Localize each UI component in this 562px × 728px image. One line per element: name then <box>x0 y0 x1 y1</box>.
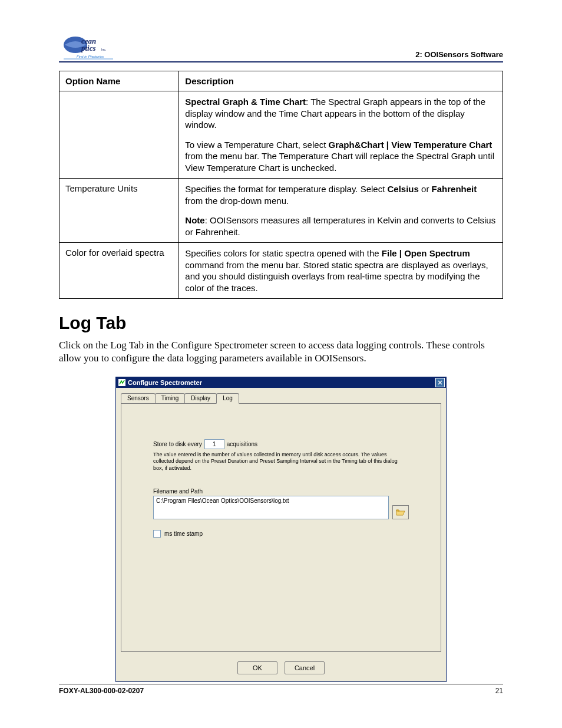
ok-button[interactable]: OK <box>237 661 277 674</box>
options-table: Option Name Description Spectral Graph &… <box>59 71 503 299</box>
acquisitions-input[interactable] <box>204 439 224 449</box>
folder-open-icon <box>396 508 405 516</box>
dialog-title: Configure Spectrometer <box>128 379 202 386</box>
store-label-post: acquisitions <box>227 441 257 447</box>
page-footer: FOXY-AL300-000-02-0207 21 <box>59 684 503 695</box>
close-button[interactable] <box>435 378 445 387</box>
option-name-cell <box>59 91 179 179</box>
filepath-label: Filename and Path <box>153 488 409 495</box>
ms-timestamp-checkbox[interactable] <box>153 530 161 538</box>
option-name-cell: Color for overlaid spectra <box>59 243 179 299</box>
tab-timing[interactable]: Timing <box>155 393 186 403</box>
ms-timestamp-label: ms time stamp <box>164 531 203 537</box>
store-label-pre: Store to disk every <box>153 441 202 447</box>
dialog-titlebar: Configure Spectrometer <box>116 377 446 388</box>
tab-sensors[interactable]: Sensors <box>121 393 156 403</box>
intro-paragraph: Click on the Log Tab in the Configure Sp… <box>59 339 503 365</box>
filepath-input[interactable] <box>153 496 389 519</box>
log-tab-panel: Store to disk every acquisitions The val… <box>121 403 441 652</box>
doc-id: FOXY-AL300-000-02-0207 <box>59 687 144 695</box>
close-icon <box>438 380 442 385</box>
heading-log-tab: Log Tab <box>59 313 503 333</box>
svg-text:Inc.: Inc. <box>101 48 106 51</box>
col-header-option: Option Name <box>59 71 179 91</box>
svg-text:First in Photonics: First in Photonics <box>77 55 104 58</box>
option-desc-cell: Specifies the format for temperature dis… <box>179 179 503 243</box>
store-help-text: The value entered is the number of value… <box>153 452 401 472</box>
page-header: cean ptics Inc. First in Photonics 2: OO… <box>59 33 503 62</box>
app-icon <box>118 379 125 386</box>
svg-text:ptics: ptics <box>81 44 96 52</box>
tab-log[interactable]: Log <box>216 393 239 404</box>
configure-spectrometer-dialog: Configure Spectrometer SensorsTimingDisp… <box>115 377 447 682</box>
ocean-optics-logo: cean ptics Inc. First in Photonics <box>59 33 118 61</box>
tab-strip: SensorsTimingDisplayLog <box>116 388 446 403</box>
option-desc-cell: Specifies colors for static spectra open… <box>179 243 503 299</box>
tab-display[interactable]: Display <box>184 393 217 403</box>
col-header-description: Description <box>179 71 503 91</box>
option-desc-cell: Spectral Graph & Time Chart: The Spectra… <box>179 91 503 179</box>
option-name-cell: Temperature Units <box>59 179 179 243</box>
cancel-button[interactable]: Cancel <box>285 661 325 674</box>
page-number: 21 <box>495 687 503 695</box>
browse-button[interactable] <box>392 505 409 519</box>
section-label: 2: OOISensors Software <box>415 50 503 61</box>
